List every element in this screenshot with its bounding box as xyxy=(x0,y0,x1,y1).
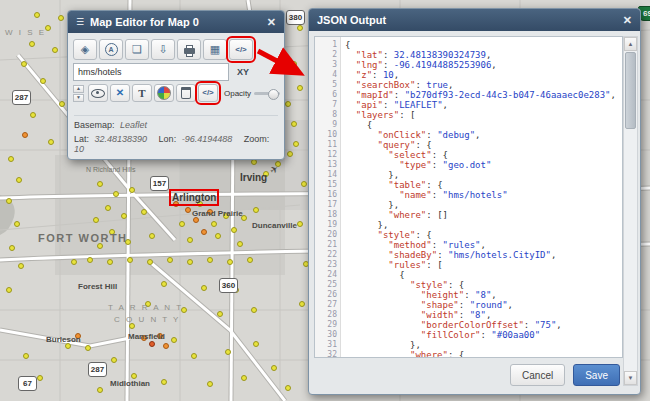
map-dot[interactable] xyxy=(6,198,12,204)
map-dot[interactable] xyxy=(16,177,22,183)
visibility-button[interactable] xyxy=(88,84,108,102)
map-dot[interactable] xyxy=(207,257,213,263)
move-up-button[interactable]: ▲ xyxy=(73,85,84,93)
table-button[interactable]: ▦ xyxy=(203,39,227,60)
scroll-up-button[interactable]: ▲ xyxy=(624,37,637,51)
move-down-button[interactable]: ▼ xyxy=(73,94,84,102)
map-dot[interactable] xyxy=(113,191,119,197)
map-dot[interactable] xyxy=(161,379,167,385)
map-dot[interactable] xyxy=(211,221,217,227)
copy-button[interactable]: ❏ xyxy=(125,39,149,60)
map-dot[interactable] xyxy=(253,207,259,213)
map-dot[interactable] xyxy=(23,353,29,359)
map-dot[interactable] xyxy=(185,207,191,213)
map-dot[interactable] xyxy=(297,25,303,31)
map-dot[interactable] xyxy=(271,365,277,371)
map-dot[interactable] xyxy=(37,375,43,381)
map-dot[interactable] xyxy=(58,15,64,21)
map-dot[interactable] xyxy=(187,237,193,243)
map-dot[interactable] xyxy=(161,281,167,287)
map-dot[interactable] xyxy=(30,112,36,118)
map-dot[interactable] xyxy=(201,229,207,235)
map-dot[interactable] xyxy=(127,257,133,263)
delete-button[interactable] xyxy=(176,84,196,102)
map-dot[interactable] xyxy=(141,209,147,215)
map-dot[interactable] xyxy=(201,285,207,291)
map-dot[interactable] xyxy=(299,301,305,307)
map-dot[interactable] xyxy=(97,181,103,187)
map-dot[interactable] xyxy=(253,341,259,347)
scrollbar-thumb[interactable] xyxy=(625,52,636,129)
map-dot[interactable] xyxy=(285,385,291,391)
map-dot[interactable] xyxy=(59,101,65,107)
map-dot[interactable] xyxy=(225,349,231,355)
map-dot[interactable] xyxy=(301,181,307,187)
map-dot[interactable] xyxy=(147,259,153,265)
map-dot[interactable] xyxy=(287,151,293,157)
map-dot[interactable] xyxy=(29,41,35,47)
map-dot[interactable] xyxy=(293,141,299,147)
map-dot[interactable] xyxy=(163,343,169,349)
map-dot[interactable] xyxy=(237,241,243,247)
map-dot[interactable] xyxy=(241,375,247,381)
map-dot[interactable] xyxy=(9,245,15,251)
json-output-titlebar[interactable]: JSON Output ✕ xyxy=(309,9,640,31)
palette-button[interactable] xyxy=(154,84,174,102)
scrollbar-track[interactable]: ▲ ▼ xyxy=(623,36,638,386)
map-dot[interactable] xyxy=(71,259,77,265)
layer-code-button[interactable]: </> xyxy=(198,84,218,102)
xy-button[interactable]: XY xyxy=(237,67,249,77)
layer-search-input[interactable] xyxy=(73,63,229,81)
map-dot[interactable] xyxy=(171,337,177,343)
map-dot[interactable] xyxy=(85,345,91,351)
print-button[interactable] xyxy=(177,39,201,60)
map-dot[interactable] xyxy=(251,307,257,313)
map-dot[interactable] xyxy=(8,156,14,162)
map-dot[interactable] xyxy=(111,357,117,363)
map-dot[interactable] xyxy=(285,101,291,107)
map-dot[interactable] xyxy=(6,287,12,293)
map-dot[interactable] xyxy=(107,259,113,265)
map-dot[interactable] xyxy=(121,213,127,219)
label-button[interactable]: A xyxy=(99,39,123,60)
map-editor-titlebar[interactable]: ☰ Map Editor for Map 0 ✕ xyxy=(68,11,284,33)
map-dot[interactable] xyxy=(231,227,237,233)
save-button[interactable]: Save xyxy=(573,364,620,386)
download-button[interactable]: ⇩ xyxy=(151,39,175,60)
map-dot[interactable] xyxy=(191,353,197,359)
close-icon[interactable]: ✕ xyxy=(623,15,632,26)
map-dot[interactable] xyxy=(215,233,221,239)
map-dot[interactable] xyxy=(105,205,111,211)
map-dot[interactable] xyxy=(187,259,193,265)
scroll-down-button[interactable]: ▼ xyxy=(624,371,637,385)
layers-button[interactable]: ◈ xyxy=(73,39,97,60)
map-dot[interactable] xyxy=(87,257,93,263)
map-dot[interactable] xyxy=(227,259,233,265)
close-icon[interactable]: ✕ xyxy=(267,17,276,28)
map-dot[interactable] xyxy=(207,381,213,387)
map-dot[interactable] xyxy=(48,139,54,145)
text-style-button[interactable]: T xyxy=(132,84,152,102)
map-canvas[interactable]: W I S EN Richland HillsIrvingArlingtonGr… xyxy=(0,0,650,401)
map-dot[interactable] xyxy=(97,387,103,393)
map-dot[interactable] xyxy=(149,341,155,347)
map-dot[interactable] xyxy=(34,12,40,18)
map-dot[interactable] xyxy=(297,85,303,91)
map-dot[interactable] xyxy=(129,187,135,193)
map-dot[interactable] xyxy=(21,61,27,67)
map-dot[interactable] xyxy=(179,221,185,227)
map-dot[interactable] xyxy=(247,257,253,263)
map-dot[interactable] xyxy=(18,263,24,269)
map-dot[interactable] xyxy=(52,47,58,53)
map-dot[interactable] xyxy=(167,257,173,263)
map-dot[interactable] xyxy=(93,217,99,223)
opacity-knob[interactable] xyxy=(268,89,279,100)
map-dot[interactable] xyxy=(149,233,155,239)
map-dot[interactable] xyxy=(291,121,297,127)
map-dot[interactable] xyxy=(217,311,223,317)
opacity-slider[interactable] xyxy=(254,92,280,95)
map-dot[interactable] xyxy=(40,78,46,84)
map-dot[interactable] xyxy=(14,221,20,227)
json-editor[interactable]: 1234567891011121314151617181920212223242… xyxy=(314,36,623,358)
code-button[interactable]: </> xyxy=(229,39,253,60)
